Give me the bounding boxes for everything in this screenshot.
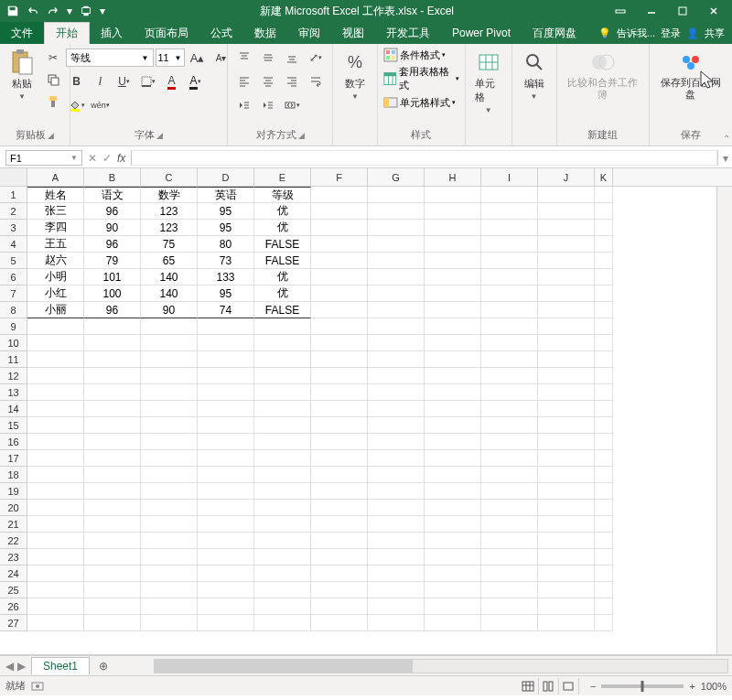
maximize-icon[interactable]: [668, 2, 697, 20]
cell[interactable]: [254, 598, 311, 615]
cell[interactable]: [254, 615, 311, 631]
cell[interactable]: [27, 533, 84, 549]
cell[interactable]: [538, 516, 595, 533]
cell[interactable]: 优: [254, 285, 311, 302]
cell[interactable]: [84, 318, 141, 335]
cell[interactable]: [538, 434, 595, 450]
cell[interactable]: [368, 269, 425, 285]
row-header[interactable]: 9: [0, 318, 27, 335]
cancel-formula-icon[interactable]: ✕: [88, 152, 97, 165]
cell[interactable]: [368, 384, 425, 401]
cell[interactable]: 101: [84, 269, 141, 285]
cell[interactable]: [538, 368, 595, 384]
redo-icon[interactable]: [44, 2, 62, 20]
cell[interactable]: [368, 467, 425, 483]
cell[interactable]: [368, 434, 425, 450]
cell[interactable]: [368, 203, 425, 220]
cell[interactable]: [595, 467, 613, 483]
cell[interactable]: [595, 450, 613, 467]
column-header[interactable]: B: [84, 168, 141, 186]
cell[interactable]: [141, 533, 198, 549]
decrease-indent-icon[interactable]: [233, 95, 255, 115]
cell[interactable]: [141, 615, 198, 631]
font-size-select[interactable]: 11▼: [156, 48, 185, 67]
cell[interactable]: [425, 483, 481, 500]
view-page-break-icon[interactable]: [559, 678, 579, 695]
cell[interactable]: [538, 598, 595, 615]
tab-review[interactable]: 审阅: [287, 22, 331, 44]
row-header[interactable]: 2: [0, 203, 27, 220]
cell[interactable]: [141, 450, 198, 467]
row-header[interactable]: 27: [0, 615, 27, 631]
cell[interactable]: [538, 253, 595, 269]
row-header[interactable]: 6: [0, 269, 27, 285]
cell[interactable]: [595, 401, 613, 417]
column-header[interactable]: H: [425, 168, 481, 186]
cell[interactable]: [198, 401, 254, 417]
underline-button[interactable]: U ▾: [113, 71, 135, 92]
cell[interactable]: [27, 401, 84, 417]
cell[interactable]: [425, 220, 481, 236]
cell[interactable]: [368, 285, 425, 302]
cell[interactable]: [254, 401, 311, 417]
cell[interactable]: [198, 351, 254, 368]
align-right-icon[interactable]: [281, 71, 303, 92]
column-header[interactable]: J: [538, 168, 595, 186]
column-header[interactable]: D: [198, 168, 254, 186]
cell[interactable]: [595, 549, 613, 565]
cell[interactable]: [254, 500, 311, 516]
column-header[interactable]: A: [27, 168, 84, 186]
merge-center-icon[interactable]: ▾: [281, 95, 303, 115]
cell[interactable]: [538, 533, 595, 549]
cell[interactable]: 140: [141, 269, 198, 285]
cell[interactable]: [84, 582, 141, 598]
cell[interactable]: [141, 549, 198, 565]
cell[interactable]: [481, 335, 538, 351]
view-page-layout-icon[interactable]: [539, 678, 559, 695]
cell[interactable]: [84, 500, 141, 516]
cell[interactable]: 姓名: [27, 187, 84, 203]
cell[interactable]: [198, 500, 254, 516]
cell[interactable]: [538, 318, 595, 335]
tell-me[interactable]: 告诉我...: [617, 27, 655, 40]
wrap-text-icon[interactable]: [305, 71, 327, 92]
row-header[interactable]: 13: [0, 384, 27, 401]
cell[interactable]: [27, 467, 84, 483]
cell[interactable]: [311, 565, 368, 582]
cell[interactable]: [254, 318, 311, 335]
cell[interactable]: [481, 516, 538, 533]
cell[interactable]: [481, 434, 538, 450]
cell[interactable]: [254, 417, 311, 434]
cell[interactable]: [84, 549, 141, 565]
editing-button[interactable]: 编辑 ▼: [518, 48, 551, 102]
cell[interactable]: [254, 533, 311, 549]
tab-data[interactable]: 数据: [243, 22, 287, 44]
align-bottom-icon[interactable]: [281, 48, 303, 68]
cell[interactable]: 95: [198, 285, 254, 302]
cell[interactable]: [311, 450, 368, 467]
cell[interactable]: 90: [141, 302, 198, 318]
cell[interactable]: [311, 335, 368, 351]
tab-page-layout[interactable]: 页面布局: [134, 22, 199, 44]
cell[interactable]: [141, 335, 198, 351]
cell[interactable]: [311, 285, 368, 302]
cell[interactable]: [198, 582, 254, 598]
cell[interactable]: [425, 450, 481, 467]
tab-view[interactable]: 视图: [331, 22, 375, 44]
cell[interactable]: [481, 549, 538, 565]
cell[interactable]: [538, 615, 595, 631]
cell[interactable]: [311, 533, 368, 549]
italic-button[interactable]: I: [90, 71, 112, 92]
row-header[interactable]: 19: [0, 483, 27, 500]
border-button[interactable]: ▾: [137, 71, 159, 92]
format-painter-icon[interactable]: [42, 92, 64, 112]
cell[interactable]: [84, 417, 141, 434]
cell[interactable]: [254, 467, 311, 483]
column-header[interactable]: F: [311, 168, 368, 186]
row-header[interactable]: 11: [0, 351, 27, 368]
increase-indent-icon[interactable]: [257, 95, 279, 115]
cell[interactable]: [198, 434, 254, 450]
cell[interactable]: [141, 483, 198, 500]
cell[interactable]: 95: [198, 220, 254, 236]
cell[interactable]: [481, 467, 538, 483]
